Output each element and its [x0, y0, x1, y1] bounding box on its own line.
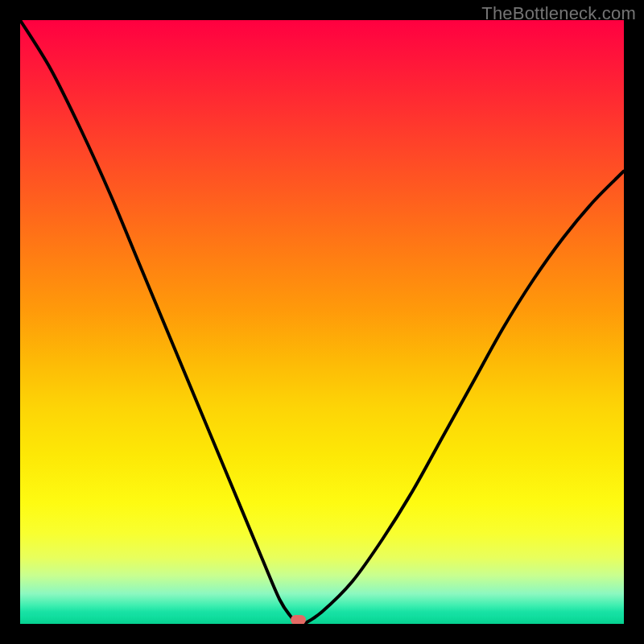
plot-area [20, 20, 624, 624]
chart-frame: TheBottleneck.com [0, 0, 644, 644]
watermark-text: TheBottleneck.com [481, 3, 636, 24]
optimal-marker [291, 615, 306, 624]
bottleneck-curve [20, 20, 624, 624]
